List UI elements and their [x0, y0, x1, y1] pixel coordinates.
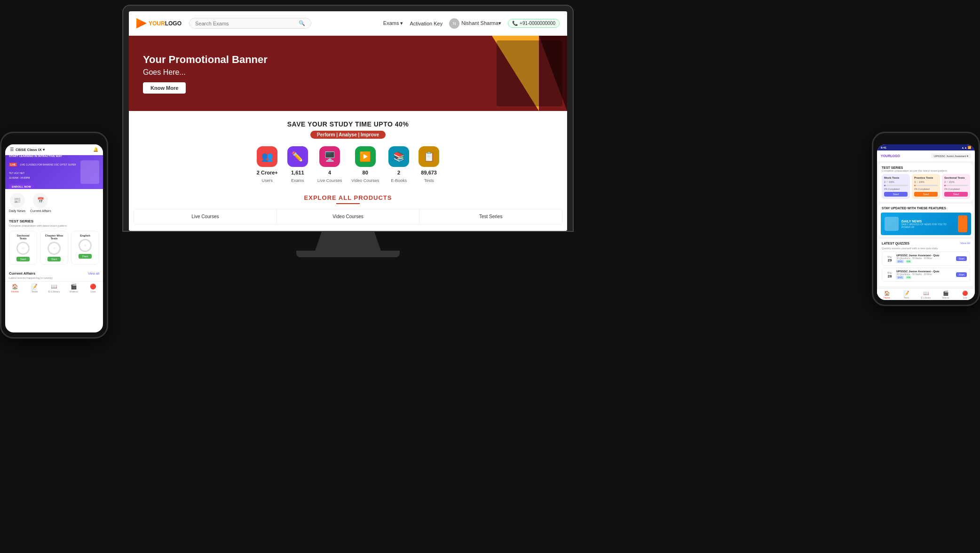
rphone-quiz-start-2[interactable]: Start: [956, 272, 967, 277]
nav-user[interactable]: N Nishant Sharma▾: [449, 18, 501, 29]
rphone-sectional-start[interactable]: Start: [944, 192, 968, 197]
test-card-title-english: English: [80, 234, 90, 237]
ca-subtitle: Latest events happening in country: [5, 276, 103, 281]
rphone-quiz-date-2: May 28: [885, 271, 894, 278]
stat-number-live: 4: [328, 170, 331, 175]
product-tabs: Live Courses Video Courses Test Series: [134, 209, 562, 224]
class-label[interactable]: CBSE Class IX ▾: [16, 148, 45, 152]
stat-tests: 📋 89,673 Tests: [419, 146, 439, 183]
right-phone-screen: 9:41 ▲▲ 📶 YOURLOGO UPSSSC Junior Assista…: [877, 144, 975, 300]
test-circle-english: ○: [79, 239, 92, 252]
nav-phone: 📞 +91-0000000000: [508, 19, 560, 28]
current-affairs-icon: 📅: [33, 193, 48, 208]
rpnav-home[interactable]: 🏠 Home: [877, 291, 897, 299]
rpnav-live[interactable]: 🔴 Live: [955, 291, 975, 299]
left-phone: ☰ CBSE Class IX ▾ 🔔 START LEARNING IN IN…: [0, 132, 108, 339]
nav-right: Exams ▾ Activation Key N Nishant Sharma▾…: [383, 18, 560, 29]
test-series-title: TEST SERIES: [5, 216, 103, 224]
stats-section: SAVE YOUR STUDY TIME UPTO 40% Perform | …: [129, 111, 567, 188]
banner-text: Your Promotional Banner Goes Here... Kno…: [143, 53, 268, 94]
rphone-card-practice: Practice Tests 3 ↑ 34% 0% Completed Star…: [912, 174, 940, 199]
pnav-tests[interactable]: 📝 Tests: [25, 284, 45, 293]
rpnav-videos-label: Videos: [942, 296, 949, 299]
rphone-quiz-start-1[interactable]: Start: [956, 256, 967, 261]
rphone-practice-count: 3 ↑ 34%: [914, 181, 938, 183]
rpnav-videos-icon: 🎬: [943, 291, 948, 296]
pnav-home[interactable]: 🏠 Home: [5, 284, 25, 293]
bell-icon[interactable]: 🔔: [93, 147, 98, 152]
test-start-sectional[interactable]: Start: [16, 257, 30, 261]
phone-banner-image: [80, 160, 99, 184]
tab-test-series[interactable]: Test Series: [419, 209, 562, 224]
rphone-exam-selector[interactable]: UPSSSC Junior Assistant ▾: [931, 153, 971, 158]
search-icon: 🔍: [299, 20, 305, 26]
search-input[interactable]: [195, 21, 299, 26]
rphone-mock-progress: [884, 185, 908, 186]
quick-links: 📰 Daily News 📅 Current Affairs: [5, 189, 103, 216]
hamburger-icon[interactable]: ☰: [10, 147, 14, 152]
stat-label-tests: Tests: [424, 178, 434, 183]
badge-hin-2: HIN: [905, 276, 912, 279]
rphone-quiz-badges-1: ENG HIN: [896, 260, 954, 263]
rphone-quiz-info-1: UPSSSC Junior Assistant - Quiz 30 Questi…: [896, 254, 954, 263]
rphone-sectional-fill: [944, 185, 946, 186]
quick-label-current-affairs: Current Affairs: [30, 209, 51, 213]
pnav-elibrary[interactable]: 📖 E-Library: [44, 284, 64, 293]
rpnav-elibrary[interactable]: 📖 E-Library: [916, 291, 936, 299]
rphone-quiz-viewall[interactable]: View All: [960, 242, 970, 245]
quick-link-daily-news[interactable]: 📰 Daily News: [9, 193, 25, 213]
test-start-chapterwise[interactable]: Start: [47, 257, 61, 261]
quick-link-current-affairs[interactable]: 📅 Current Affairs: [30, 193, 51, 213]
stats-headline: SAVE YOUR STUDY TIME UPTO 40%: [134, 120, 562, 128]
phone-topbar: ☰ CBSE Class IX ▾ 🔔: [5, 144, 103, 155]
tab-video-courses[interactable]: Video Courses: [277, 209, 420, 224]
rpnav-home-icon: 🏠: [884, 291, 890, 296]
search-bar[interactable]: 🔍: [189, 18, 311, 29]
stat-number-ebooks: 2: [397, 170, 400, 175]
ca-viewall[interactable]: View all: [88, 272, 99, 275]
current-affairs-header: Current Affairs View all: [5, 269, 103, 276]
rphone-quiz-item-2: May 28 UPSSSC Junior Assistant - Quiz 30…: [882, 268, 970, 282]
test-series-sub: Complete preparation with latest exam pa…: [5, 224, 103, 229]
rpnav-tests-icon: 📝: [903, 291, 909, 296]
rpnav-videos[interactable]: 🎬 Videos: [936, 291, 956, 299]
pnav-home-icon: 🏠: [12, 284, 18, 290]
test-card-title-chapterwise: Chapter WiseTests: [45, 234, 63, 240]
rpnav-tests[interactable]: 📝 Tests: [897, 291, 917, 299]
pnav-videos[interactable]: 🎬 Videos: [64, 284, 84, 293]
pnav-videos-icon: 🎬: [71, 284, 77, 290]
test-start-english[interactable]: Start: [79, 254, 92, 259]
explore-underline: [336, 203, 360, 204]
live-courses-icon: 🖥️: [324, 151, 336, 162]
rphone-mock-start[interactable]: Start: [884, 192, 908, 197]
phone-icon: 📞: [512, 21, 518, 26]
rphone-practice-start[interactable]: Start: [914, 192, 938, 197]
stat-icon-users: 👥: [257, 146, 277, 167]
tab-live-courses[interactable]: Live Courses: [134, 209, 277, 224]
rphone-statusbar: 9:41 ▲▲ 📶: [877, 144, 975, 150]
pnav-live[interactable]: 🔴 Live: [83, 284, 103, 293]
test-cards-row: SectionalTests ○ Start Chapter WiseTests…: [5, 229, 103, 269]
badge-eng-2: ENG: [896, 276, 904, 279]
rphone-news-sublabel: DAILY UPDATES OF NEWS FOR YOU TO POWER U…: [901, 223, 955, 229]
test-card-sectional: SectionalTests ○ Start: [9, 231, 37, 265]
stat-icon-exams: ✏️: [287, 146, 308, 167]
stat-exams: ✏️ 1,611 Exams: [287, 146, 308, 183]
stat-label-users: Users: [262, 178, 273, 183]
desktop-monitor: YOURLOGO 🔍 Exams ▾ Activation Key N Nish…: [122, 5, 574, 257]
rphone-news-image: [885, 217, 899, 231]
rphone-quiz-date-1: May 29: [885, 255, 894, 262]
stat-number-users: 2 Crore+: [257, 170, 278, 175]
rphone-news-banner[interactable]: DAILY NEWS DAILY UPDATES OF NEWS FOR YOU…: [881, 213, 971, 235]
enroll-button[interactable]: ENROLL NOW: [9, 184, 34, 189]
nav-exams[interactable]: Exams ▾: [383, 20, 403, 26]
rphone-quiz-section: LATEST QUIZZES View All Quickly assess y…: [879, 239, 973, 286]
test-card-chapterwise: Chapter WiseTests ○ Start: [40, 231, 68, 265]
test-card-english: English ○ Start: [71, 231, 99, 265]
rpnav-elibrary-label: E-Library: [921, 296, 931, 299]
monitor-stand: [315, 232, 381, 251]
nav-activation[interactable]: Activation Key: [410, 21, 443, 26]
rpnav-home-label: Home: [884, 296, 890, 299]
navbar: YOURLOGO 🔍 Exams ▾ Activation Key N Nish…: [129, 11, 567, 36]
know-more-button[interactable]: Know More: [143, 82, 186, 94]
